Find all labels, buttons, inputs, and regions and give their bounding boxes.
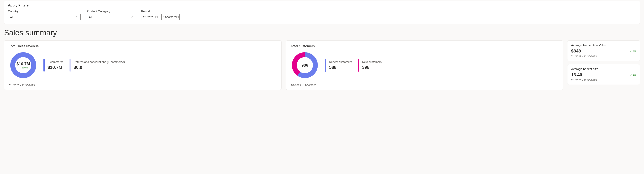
filter-country: Country All: [8, 9, 80, 20]
avg-basket-title: Average basket size: [571, 67, 636, 71]
filter-period: Period 7/1/2023 12/30/2023: [141, 9, 180, 20]
trend-up-icon: →: [629, 73, 632, 77]
customers-metrics-row: 986 Repeat customers 588 New customers 3…: [291, 51, 558, 79]
summary-cards-row: Total sales revenue $10.7M → 165% E-comm…: [4, 40, 640, 90]
customers-donut-center: 986: [291, 51, 319, 79]
chevron-down-icon: [130, 15, 133, 19]
avg-transaction-trend: → 3%: [630, 50, 636, 52]
revenue-ecommerce-block: E-commerce $10.7M: [44, 59, 64, 72]
customers-new-block: New customers 398: [358, 59, 382, 72]
date-range-pair: 7/1/2023 12/30/2023: [141, 14, 180, 20]
category-select-value: All: [89, 15, 92, 19]
revenue-trend-value: 165%: [22, 66, 28, 69]
revenue-total-value: $10.7M: [16, 62, 30, 66]
country-select[interactable]: All: [8, 14, 80, 20]
card-avg-basket: Average basket size 13.40 → 1% 7/1/2023 …: [567, 64, 640, 85]
card-total-sales-revenue: Total sales revenue $10.7M → 165% E-comm…: [4, 40, 282, 90]
calendar-icon: [176, 16, 179, 19]
avg-basket-value: 13.40: [571, 72, 582, 77]
avg-transaction-title: Average transaction Value: [571, 43, 636, 47]
revenue-metrics-row: $10.7M → 165% E-commerce $10.7M Returns: [9, 51, 276, 79]
avg-transaction-date-range: 7/1/2023 - 12/30/2023: [571, 55, 636, 58]
filter-category: Product Category All: [87, 9, 135, 20]
period-start-value: 7/1/2023: [143, 16, 153, 19]
svg-rect-0: [155, 16, 157, 18]
filters-panel: Apply Filters Country All Product Catego…: [4, 1, 640, 24]
svg-rect-4: [176, 16, 178, 18]
period-end-value: 12/30/2023: [163, 16, 176, 19]
avg-basket-trend: → 1%: [630, 73, 636, 76]
period-start-input[interactable]: 7/1/2023: [141, 14, 160, 20]
pill-indicator-repeat: [325, 59, 326, 72]
filter-period-label: Period: [141, 9, 180, 13]
revenue-donut-chart: $10.7M → 165%: [9, 51, 37, 79]
avg-transaction-trend-value: 3%: [633, 50, 636, 52]
customers-repeat-label: Repeat customers: [329, 60, 352, 64]
avg-basket-trend-value: 1%: [633, 73, 636, 76]
revenue-date-range: 7/1/2023 - 12/30/2023: [9, 84, 276, 87]
page-title: Sales summary: [4, 28, 640, 37]
side-column: Average transaction Value $348 → 3% 7/1/…: [567, 40, 640, 90]
revenue-returns-label: Returns and cancellations (E-commerce): [74, 60, 125, 64]
avg-basket-date-range: 7/1/2023 - 12/30/2023: [571, 79, 636, 82]
revenue-donut-center: $10.7M → 165%: [9, 51, 37, 79]
calendar-icon: [155, 16, 158, 19]
pill-indicator-returns: [70, 59, 71, 72]
customers-repeat-value: 588: [329, 65, 352, 70]
revenue-returns-text: Returns and cancellations (E-commerce) $…: [74, 60, 125, 70]
category-select[interactable]: All: [87, 14, 135, 20]
revenue-card-title: Total sales revenue: [9, 44, 276, 48]
pill-indicator-new: [358, 59, 359, 72]
filter-country-label: Country: [8, 9, 80, 13]
country-select-value: All: [10, 15, 13, 19]
revenue-returns-block: Returns and cancellations (E-commerce) $…: [70, 59, 125, 72]
filters-title: Apply Filters: [8, 3, 636, 7]
revenue-ecommerce-value: $10.7M: [48, 65, 64, 70]
card-total-customers: Total customers 986 Repeat customers 588: [286, 40, 563, 90]
card-avg-transaction: Average transaction Value $348 → 3% 7/1/…: [567, 40, 640, 61]
pill-indicator-ecommerce: [44, 59, 45, 72]
customers-date-range: 7/1/2023 - 12/30/2023: [291, 84, 558, 87]
customers-repeat-block: Repeat customers 588: [325, 59, 352, 72]
customers-card-title: Total customers: [291, 44, 558, 48]
customers-total-value: 986: [302, 63, 308, 68]
revenue-ecommerce-label: E-commerce: [48, 60, 64, 64]
trend-up-icon: →: [629, 49, 632, 53]
revenue-trend: → 165%: [18, 66, 28, 69]
customers-new-text: New customers 398: [362, 60, 382, 70]
avg-transaction-value: $348: [571, 48, 581, 54]
avg-basket-row: 13.40 → 1%: [571, 72, 636, 77]
period-end-input[interactable]: 12/30/2023: [162, 14, 180, 20]
revenue-ecommerce-text: E-commerce $10.7M: [48, 60, 64, 70]
filter-row: Country All Product Category All Period: [8, 9, 636, 20]
revenue-returns-value: $0.0: [74, 65, 125, 70]
filter-category-label: Product Category: [87, 9, 135, 13]
customers-new-label: New customers: [362, 60, 382, 64]
customers-donut-chart: 986: [291, 51, 319, 79]
avg-transaction-row: $348 → 3%: [571, 48, 636, 54]
trend-up-icon: →: [18, 66, 22, 69]
chevron-down-icon: [76, 15, 78, 19]
customers-new-value: 398: [362, 65, 382, 70]
customers-repeat-text: Repeat customers 588: [329, 60, 352, 70]
